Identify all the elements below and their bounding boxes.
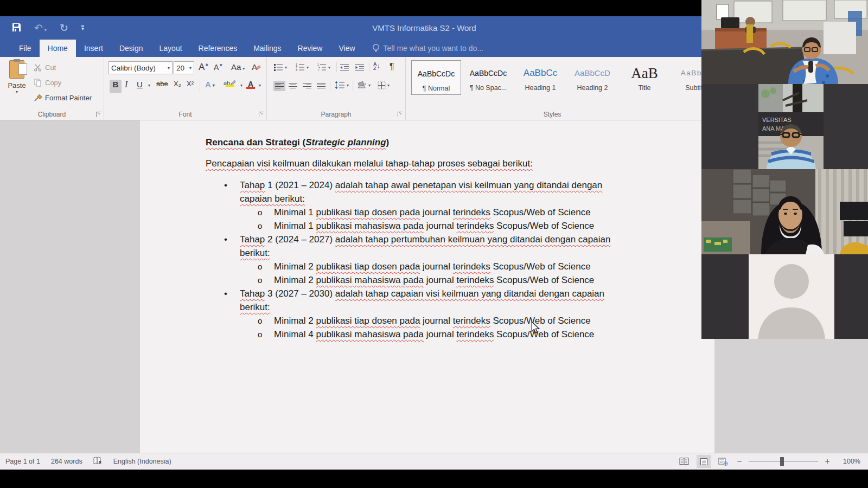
- highlight-dropdown[interactable]: ▾: [239, 80, 242, 93]
- font-dialog-launcher[interactable]: [259, 112, 264, 117]
- tab-design[interactable]: Design: [111, 40, 151, 57]
- doc-list-item: oMinimal 2 publikasi mahasiswa pada jour…: [206, 273, 634, 287]
- clipboard-group-label: Clipboard: [0, 111, 104, 118]
- zoom-in-button[interactable]: +: [824, 457, 831, 466]
- cut-button[interactable]: Cut: [34, 63, 56, 72]
- zoom-slider[interactable]: [749, 461, 818, 462]
- tab-references[interactable]: References: [190, 40, 246, 57]
- participant-video-3[interactable]: [701, 169, 868, 254]
- paragraph-group-label: Paragraph: [267, 111, 405, 118]
- clear-formatting-button[interactable]: A: [252, 62, 261, 72]
- text-effects-button[interactable]: A▾: [205, 80, 215, 93]
- list-marker: o: [258, 273, 262, 287]
- grow-font-button[interactable]: A▲: [199, 62, 209, 73]
- font-name-combo[interactable]: Calibri (Body)▾: [108, 61, 173, 74]
- text-segment: journal: [424, 221, 456, 231]
- borders-button[interactable]: ▾: [378, 81, 390, 89]
- increase-indent-button[interactable]: [355, 63, 365, 71]
- word-count[interactable]: 264 words: [51, 458, 82, 465]
- zoom-level[interactable]: 100%: [837, 458, 860, 465]
- font-color-button[interactable]: A: [246, 80, 255, 93]
- zoom-slider-thumb[interactable]: [780, 457, 784, 466]
- cut-icon: [34, 63, 42, 72]
- font-color-dropdown[interactable]: ▾: [257, 80, 261, 93]
- text-segment: publikasi mahasiswa pada: [316, 329, 423, 339]
- lightbulb-icon: [372, 43, 380, 53]
- copy-button[interactable]: Copy: [34, 79, 61, 87]
- tab-layout[interactable]: Layout: [151, 40, 190, 57]
- align-left-button[interactable]: [273, 81, 285, 91]
- participant-video-1[interactable]: [701, 0, 868, 84]
- text-segment: journal: [420, 261, 452, 272]
- italic-button[interactable]: I: [125, 80, 127, 93]
- align-center-button[interactable]: [289, 82, 297, 89]
- underline-button[interactable]: U: [137, 80, 143, 93]
- style-no-spac[interactable]: AaBbCcDc¶ No Spac...: [463, 60, 513, 95]
- style-preview: AaBbCcD: [567, 65, 617, 82]
- superscript-button[interactable]: X²: [187, 80, 194, 93]
- list-marker: •: [224, 233, 227, 246]
- pilcrow-button[interactable]: ¶: [390, 62, 394, 72]
- subscript-button[interactable]: X₂: [174, 80, 181, 93]
- tell-me-box[interactable]: Tell me what you want to do...: [372, 40, 483, 57]
- doc-list-item: oMinimal 4 publikasi mahasiswa pada jour…: [206, 328, 634, 341]
- shrink-font-button[interactable]: A▼: [214, 63, 223, 72]
- change-case-button[interactable]: Aa▾: [231, 62, 245, 72]
- style-normal[interactable]: AaBbCcDc¶ Normal: [411, 60, 461, 95]
- tab-home[interactable]: Home: [40, 40, 76, 57]
- tab-mailings[interactable]: Mailings: [245, 40, 289, 57]
- line-spacing-button[interactable]: ▾: [334, 81, 349, 89]
- numbering-button[interactable]: 123▾: [295, 63, 309, 71]
- strikethrough-button[interactable]: abe: [156, 80, 168, 93]
- web-layout-button[interactable]: [716, 455, 730, 468]
- list-marker: o: [258, 219, 262, 233]
- paste-button[interactable]: Paste▾: [4, 60, 29, 107]
- mouse-cursor: [531, 321, 540, 336]
- style-heading-1[interactable]: AaBbCcHeading 1: [515, 60, 565, 95]
- multilevel-list-button[interactable]: 1ai▾: [317, 63, 330, 71]
- tab-review[interactable]: Review: [290, 40, 331, 57]
- style-heading-2[interactable]: AaBbCcDHeading 2: [567, 60, 617, 95]
- style-title[interactable]: AaBTitle: [620, 60, 669, 95]
- paragraph-dialog-launcher[interactable]: [398, 112, 403, 117]
- style-preview: AaBbCcDc: [412, 65, 461, 82]
- print-layout-button[interactable]: [697, 455, 711, 468]
- list-marker: •: [224, 287, 227, 300]
- decrease-indent-button[interactable]: [340, 63, 349, 71]
- clipboard-dialog-launcher[interactable]: [96, 112, 101, 117]
- doc-list-item: oMinimal 2 publikasi tiap dosen pada jou…: [206, 260, 634, 273]
- text-segment: 1 (2021 – 2024): [265, 180, 335, 190]
- text-segment: journal: [424, 275, 456, 285]
- text-segment: Minimal 2: [274, 261, 316, 272]
- font-size-combo[interactable]: 20▾: [174, 61, 194, 74]
- ribbon-group-paragraph: ▾ 123▾ 1ai▾ AZ↓ ¶: [267, 57, 406, 120]
- tab-file[interactable]: File: [11, 40, 40, 57]
- style-label: Title: [620, 84, 669, 92]
- text-segment: publikasi tiap dosen pada: [316, 316, 420, 326]
- bullets-button[interactable]: ▾: [273, 63, 287, 71]
- participant-video-4[interactable]: [701, 254, 868, 339]
- format-painter-button[interactable]: Format Painter: [34, 94, 92, 102]
- doc-paragraph: Pencapaian visi keilmuan dilakukan melal…: [206, 157, 634, 170]
- text-segment: Scopus/Web of Science: [494, 329, 594, 339]
- tab-view[interactable]: View: [330, 40, 363, 57]
- justify-button[interactable]: [317, 82, 326, 89]
- zoom-out-button[interactable]: −: [736, 457, 743, 466]
- language-indicator[interactable]: English (Indonesia): [113, 458, 171, 465]
- bold-button[interactable]: B: [110, 80, 122, 93]
- font-group-label: Font: [104, 111, 266, 118]
- sort-button[interactable]: AZ↓: [373, 62, 380, 70]
- participant-video-2[interactable]: VERSITAS ANA MALIK: [701, 84, 868, 169]
- proofing-icon[interactable]: [93, 457, 103, 466]
- highlight-button[interactable]: ab🖉: [224, 80, 236, 93]
- align-right-button[interactable]: [303, 82, 311, 89]
- doc-heading: Rencana dan Strategi (Strategic planning…: [206, 136, 634, 149]
- text-segment: Pencapaian visi keilmuan dilakukan melal…: [206, 158, 533, 169]
- document-page[interactable]: Rencana dan Strategi (Strategic planning…: [140, 120, 714, 453]
- page-indicator[interactable]: Page 1 of 1: [5, 458, 40, 465]
- text-segment: journal: [424, 329, 456, 339]
- shading-button[interactable]: ▾: [357, 81, 371, 89]
- read-mode-button[interactable]: [677, 455, 691, 468]
- tab-insert[interactable]: Insert: [76, 40, 111, 57]
- underline-dropdown[interactable]: ▾: [146, 80, 150, 93]
